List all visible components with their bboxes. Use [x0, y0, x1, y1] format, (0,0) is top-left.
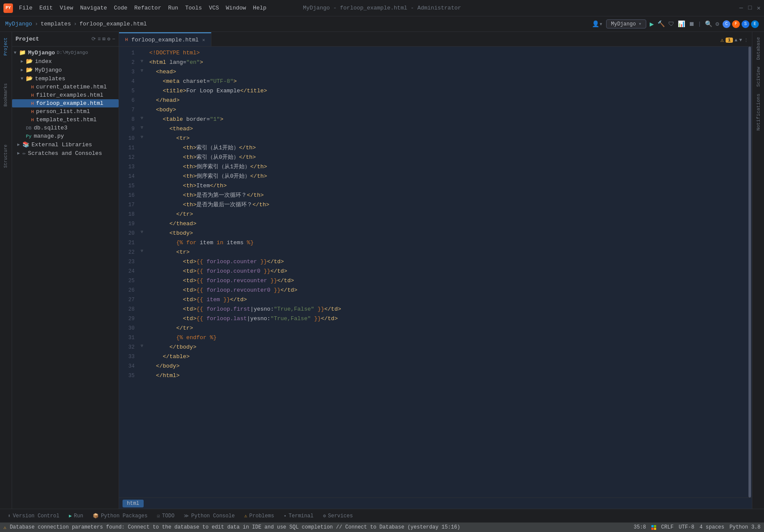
panel-close-icon[interactable]: − [112, 36, 115, 42]
menu-vcs[interactable]: VCS [205, 3, 222, 13]
editor-tab-active[interactable]: H forloop_example.html ✕ [119, 32, 211, 46]
bottom-tab-todo[interactable]: ☑ TODO [153, 510, 179, 522]
edge-icon[interactable]: E [751, 20, 759, 28]
chrome-icon[interactable]: C [723, 20, 730, 28]
bottom-tab-version-control[interactable]: ⬆ Version Control [3, 510, 64, 522]
warning-count: 1 [726, 38, 733, 43]
safari-icon[interactable]: S [742, 20, 749, 28]
toolbar-bar: MyDjango › templates › forloop_example.h… [0, 16, 764, 32]
maximize-button[interactable]: □ [748, 4, 751, 12]
bottom-tabs: ⬆ Version Control ▶ Run 📦 Python Package… [0, 509, 764, 523]
status-encoding[interactable]: UTF-8 [679, 524, 694, 530]
settings-button[interactable]: ⚙ [716, 20, 719, 28]
file-filter-examples-icon: H [31, 93, 34, 98]
breadcrumb-templates[interactable]: templates [41, 21, 71, 27]
code-line-9: <thead> [149, 124, 748, 134]
tree-item-current-datetime[interactable]: H current_datetime.html [12, 83, 119, 91]
firefox-icon[interactable]: F [732, 20, 740, 28]
bottom-tab-python-console[interactable]: ≫ Python Console [179, 510, 239, 522]
menu-file[interactable]: File [16, 3, 36, 13]
tree-item-mydjango[interactable]: ▶ 📂 MyDjango [12, 66, 119, 74]
tab-close-button[interactable]: ✕ [202, 37, 205, 43]
panel-sync-icon[interactable]: ⟳ [91, 36, 96, 42]
bottom-tab-python-packages[interactable]: 📦 Python Packages [88, 510, 152, 522]
code-line-7: <body> [149, 105, 748, 115]
code-line-5: <title>For Loop Example</title> [149, 86, 748, 96]
build-button[interactable]: 🔨 [657, 20, 665, 28]
run-button[interactable]: ▶ [650, 20, 654, 28]
tree-item-db[interactable]: DB db.sqlite3 [12, 124, 119, 132]
bottom-tab-services[interactable]: ⚙ Services [319, 510, 357, 522]
code-line-21: {% for item in items %} [149, 238, 748, 248]
code-line-25: <td>{{ forloop.revcounter }}</td> [149, 276, 748, 286]
structure-strip-icon[interactable]: Structure [1, 139, 11, 173]
file-type-badge[interactable]: html [123, 500, 144, 507]
tree-item-external-libraries[interactable]: ▶ 📚 External Libraries [12, 140, 119, 149]
menu-run[interactable]: Run [165, 3, 182, 13]
chevron-up-icon[interactable]: ▲ [735, 38, 738, 43]
search-everywhere-button[interactable]: 🔍 [705, 20, 712, 28]
editor-bottom-bar: html [119, 497, 752, 509]
editor-scrollbar[interactable] [748, 47, 752, 497]
problems-label: Problems [249, 513, 274, 519]
project-panel: Project ⟳ ≡ ⊞ ⚙ − ▼ 📁 MyDjango D:\MyDjan… [12, 32, 119, 509]
profile-button[interactable]: 📊 [678, 20, 685, 28]
project-strip-icon[interactable]: Project [1, 34, 11, 60]
scratches-icon: ✏ [22, 150, 26, 157]
code-editor[interactable]: 1 2 3 4 5 6 7 8 9 10 11 12 13 14 15 16 1… [119, 47, 752, 497]
editor-settings-icon[interactable]: ⋮ [744, 38, 748, 43]
tree-item-filter-examples[interactable]: H filter_examples.html [12, 91, 119, 99]
minimize-button[interactable]: — [739, 4, 743, 12]
menu-tools[interactable]: Tools [182, 3, 205, 13]
tree-item-template-test[interactable]: H template_test.html [12, 116, 119, 124]
panel-expand-icon[interactable]: ⊞ [102, 36, 105, 42]
close-button[interactable]: ✕ [757, 4, 761, 12]
menu-code[interactable]: Code [110, 3, 131, 13]
bookmarks-strip-icon[interactable]: Bookmarks [1, 78, 11, 112]
panel-settings-icon[interactable]: ⚙ [107, 36, 110, 42]
code-line-17: <th>是否为最后一次循环？</th> [149, 200, 748, 210]
status-language[interactable]: Python 3.8 [729, 524, 761, 530]
tree-item-forloop[interactable]: H forloop_example.html [12, 99, 119, 107]
run-tab-icon: ▶ [69, 513, 72, 519]
tree-item-root[interactable]: ▼ 📁 MyDjango D:\MyDjango [12, 48, 119, 57]
status-line-ending[interactable]: CRLF [661, 524, 674, 530]
sidebar-sciview-label[interactable]: SciView [754, 63, 763, 90]
breadcrumb-root[interactable]: MyDjango [5, 21, 32, 27]
breadcrumb-file[interactable]: forloop_example.html [79, 21, 147, 27]
menu-view[interactable]: View [56, 3, 76, 13]
chevron-down-icon[interactable]: ▼ [739, 38, 742, 43]
menu-window[interactable]: Window [223, 3, 250, 13]
sidebar-notifications-label[interactable]: Notifications [754, 90, 763, 134]
folder-index-icon: 📂 [26, 58, 33, 65]
panel-sort-icon[interactable]: ≡ [97, 36, 101, 42]
menu-edit[interactable]: Edit [36, 3, 56, 13]
bottom-tab-run[interactable]: ▶ Run [65, 510, 88, 522]
tree-item-templates[interactable]: ▼ 📂 External Libraries templates [12, 74, 119, 83]
tree-item-index[interactable]: ▶ 📂 index [12, 57, 119, 66]
tree-item-person-list[interactable]: H person_list.html [12, 107, 119, 116]
scratches-label: Scratches and Consoles [28, 150, 102, 157]
menu-navigate[interactable]: Navigate [77, 3, 110, 13]
panel-title: Project [16, 36, 90, 42]
code-content[interactable]: <!DOCTYPE html> <html lang="en"> <head> … [146, 47, 748, 497]
stop-button[interactable]: ⏹ [689, 21, 695, 28]
bottom-tab-terminal[interactable]: ▪ Terminal [279, 510, 318, 522]
user-icon[interactable]: 👤▾ [592, 20, 603, 28]
run-tab-label: Run [74, 513, 83, 519]
menu-refactor[interactable]: Refactor [131, 3, 164, 13]
file-template-test-label: template_test.html [36, 116, 97, 123]
coverage-button[interactable]: 🛡 [668, 21, 674, 28]
bottom-tab-problems[interactable]: ⚠ Problems [240, 510, 278, 522]
sidebar-database-label[interactable]: Database [754, 34, 763, 63]
status-indent[interactable]: 4 spaces [699, 524, 724, 530]
project-root-icon: 📁 [19, 49, 26, 56]
run-config-button[interactable]: MyDjango ▾ [606, 19, 646, 28]
services-label: Services [328, 513, 353, 519]
status-position[interactable]: 35:8 [634, 524, 646, 530]
tree-item-manage[interactable]: Py manage.py [12, 132, 119, 140]
menu-help[interactable]: Help [249, 3, 270, 13]
title-center: MyDjango - forloop_example.html - Admini… [303, 5, 461, 11]
code-line-16: <th>是否为第一次循环？</th> [149, 191, 748, 200]
tree-item-scratches[interactable]: ▶ ✏ Scratches and Consoles [12, 149, 119, 157]
